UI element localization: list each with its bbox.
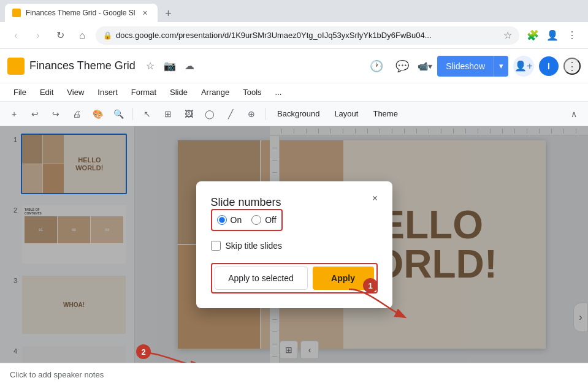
tab-close-btn[interactable]: × <box>140 8 150 18</box>
star-icon[interactable]: ☆ <box>143 59 158 74</box>
tool-zoom-btn[interactable]: 🔍 <box>109 105 128 123</box>
annotation-circle-1: 1 <box>363 278 378 293</box>
extensions-icon[interactable]: 🧩 <box>524 27 541 44</box>
toolbar-separator-1 <box>132 108 133 120</box>
tool-image-btn[interactable]: 🖼 <box>180 105 198 123</box>
background-btn[interactable]: Background <box>271 105 326 123</box>
radio-on-option[interactable]: On <box>217 215 242 225</box>
menu-insert[interactable]: Insert <box>91 85 124 100</box>
dialog-overlay: 1 2 <box>0 126 588 363</box>
tool-select-btn[interactable]: ↖ <box>138 105 156 123</box>
radio-group: On Off <box>211 209 283 231</box>
star-icon[interactable]: ☆ <box>503 29 512 41</box>
slideshow-button[interactable]: Slideshow <box>437 56 494 77</box>
radio-on-input[interactable] <box>217 215 227 225</box>
dialog-close-btn[interactable]: × <box>368 191 383 206</box>
back-btn[interactable]: ‹ <box>7 27 25 44</box>
radio-on-label: On <box>231 215 242 225</box>
tool-plus-btn[interactable]: + <box>5 105 23 123</box>
app-header: Finances Theme Grid ☆ 📷 ☁ 🕐 💬 📹▾ Slidesh… <box>0 49 588 83</box>
tool-undo-btn[interactable]: ↩ <box>26 105 44 123</box>
slideshow-btn-group: Slideshow ▾ <box>437 56 508 77</box>
menu-more[interactable]: ... <box>269 85 288 100</box>
save-to-drive-icon[interactable]: 📷 <box>162 59 177 74</box>
toolbar-collapse-btn[interactable]: ∧ <box>565 105 583 123</box>
slideshow-dropdown[interactable]: ▾ <box>494 56 508 77</box>
tool-print-btn[interactable]: 🖨 <box>67 105 86 123</box>
menu-slide[interactable]: Slide <box>164 85 194 100</box>
nav-bar: ‹ › ↻ ⌂ 🔒 docs.google.com/presentation/d… <box>0 22 588 49</box>
menu-bar: File Edit View Insert Format Slide Arran… <box>0 83 588 102</box>
menu-tools[interactable]: Tools <box>237 85 267 100</box>
menu-file[interactable]: File <box>7 85 32 100</box>
address-bar[interactable]: 🔒 docs.google.com/presentation/d/1K9urSM… <box>96 26 519 45</box>
annotation-circle-2: 2 <box>136 344 151 359</box>
history-btn[interactable]: 🕐 <box>366 56 387 77</box>
app-more-btn[interactable]: ⋮ <box>563 58 581 75</box>
notes-bar[interactable]: Click to add speaker notes <box>0 363 588 386</box>
main-area: 1 HELLOWORLD! <box>0 126 588 363</box>
skip-title-checkbox[interactable] <box>211 241 221 251</box>
toolbar-separator-2 <box>265 108 266 120</box>
radio-off-input[interactable] <box>251 215 261 225</box>
forward-btn[interactable]: › <box>29 27 47 44</box>
reload-btn[interactable]: ↻ <box>52 27 69 44</box>
home-btn[interactable]: ⌂ <box>74 27 91 44</box>
cloud-icon[interactable]: ☁ <box>182 59 197 74</box>
radio-off-option[interactable]: Off <box>251 215 276 225</box>
tool-paintformat-btn[interactable]: 🎨 <box>88 105 107 123</box>
tool-redo-btn[interactable]: ↪ <box>47 105 65 123</box>
layout-btn[interactable]: Layout <box>328 105 364 123</box>
comment-btn[interactable]: 💬 <box>392 56 413 77</box>
lock-icon: 🔒 <box>103 31 112 40</box>
tool-shapes-btn[interactable]: ◯ <box>200 105 219 123</box>
dialog: Slide numbers × On Off <box>196 181 392 308</box>
more-options-btn[interactable]: ⋮ <box>563 27 581 44</box>
skip-title-option[interactable]: Skip title slides <box>211 241 378 251</box>
header-actions: 🕐 💬 📹▾ Slideshow ▾ 👤+ I ⋮ <box>366 56 581 77</box>
notes-placeholder: Click to add speaker notes <box>10 370 104 379</box>
dialog-title: Slide numbers <box>211 196 281 208</box>
tool-insert-btn[interactable]: ⊕ <box>242 105 261 123</box>
toolbar: + ↩ ↪ 🖨 🎨 🔍 ↖ ⊞ 🖼 ◯ ╱ ⊕ Background Layou… <box>0 102 588 126</box>
profile-icon[interactable]: 👤 <box>544 27 561 44</box>
radio-off-label: Off <box>265 215 276 225</box>
user-avatar[interactable]: I <box>539 56 559 76</box>
dialog-actions: Apply to selected Apply <box>211 263 378 293</box>
video-call-btn[interactable]: 📹▾ <box>418 61 432 71</box>
tab-title: Finances Theme Grid - Google Sl <box>26 9 136 17</box>
menu-edit[interactable]: Edit <box>34 85 59 100</box>
theme-btn[interactable]: Theme <box>367 105 403 123</box>
tab-favicon <box>12 9 21 17</box>
address-text: docs.google.com/presentation/d/1K9urSMr3… <box>116 31 500 40</box>
menu-arrange[interactable]: Arrange <box>195 85 235 100</box>
tool-line-btn[interactable]: ╱ <box>221 105 240 123</box>
app-logo <box>7 58 25 75</box>
skip-title-label: Skip title slides <box>226 241 283 251</box>
browser-tab[interactable]: Finances Theme Grid - Google Sl × <box>5 4 158 22</box>
menu-view[interactable]: View <box>61 85 90 100</box>
tool-textbox-btn[interactable]: ⊞ <box>159 105 177 123</box>
app-title: Finances Theme Grid <box>29 59 136 72</box>
apply-selected-button[interactable]: Apply to selected <box>215 267 308 290</box>
menu-format[interactable]: Format <box>125 85 162 100</box>
add-user-btn[interactable]: 👤+ <box>513 56 534 77</box>
new-tab-btn[interactable]: + <box>160 5 177 22</box>
